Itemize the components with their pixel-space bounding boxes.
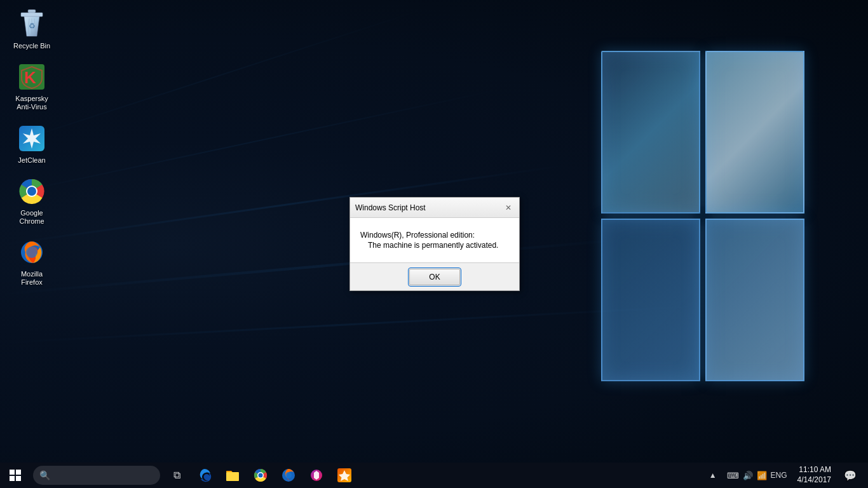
dialog-message-line2: The machine is permanently activated.: [360, 241, 509, 250]
taskbar-search-icon: 🔍: [39, 470, 50, 480]
edge-icon: [198, 468, 212, 482]
svg-rect-0: [28, 10, 36, 13]
win-pane-top-left: [601, 51, 700, 214]
svg-rect-1: [21, 13, 43, 17]
taskbar: 🔍 ⧉: [0, 463, 868, 488]
app1-taskbar-icon: [309, 468, 323, 482]
tray-time: 11:10 AM: [797, 465, 831, 475]
task-view-button[interactable]: ⧉: [163, 463, 191, 488]
desktop: ♻ Recycle Bin: [0, 0, 868, 488]
svg-point-13: [26, 247, 37, 258]
dialog-footer: OK: [350, 262, 519, 290]
jetclean-label: JetClean: [18, 156, 45, 165]
desktop-icon-recycle-bin[interactable]: ♻ Recycle Bin: [6, 6, 57, 53]
notification-icon: 💬: [844, 470, 857, 482]
svg-point-11: [27, 187, 36, 196]
taskbar-edge[interactable]: [191, 463, 219, 488]
svg-text:♻: ♻: [29, 22, 36, 30]
notification-center-button[interactable]: 💬: [837, 463, 863, 488]
volume-icon[interactable]: 🔊: [743, 471, 753, 480]
start-icon: [10, 470, 21, 481]
dialog-message-line1: Windows(R), Professional edition:: [360, 231, 509, 240]
taskbar-app2[interactable]: [330, 463, 358, 488]
svg-rect-14: [226, 472, 239, 481]
taskbar-app-buttons: [191, 463, 705, 488]
mozilla-firefox-icon: [17, 237, 47, 268]
file-explorer-icon: [226, 468, 240, 482]
start-pane-tr: [16, 470, 21, 475]
tray-clock[interactable]: 11:10 AM 4/14/2017: [794, 465, 835, 485]
start-pane-bl: [10, 476, 15, 481]
dialog-titlebar: Windows Script Host ✕: [350, 198, 519, 218]
taskbar-firefox[interactable]: [275, 463, 302, 488]
win-pane-bottom-right: [705, 219, 804, 381]
task-view-icon: ⧉: [173, 470, 180, 481]
show-hidden-icons-button[interactable]: ▲: [705, 463, 721, 488]
svg-point-19: [285, 472, 292, 478]
taskbar-file-explorer[interactable]: [219, 463, 247, 488]
keyboard-icon[interactable]: ⌨: [727, 471, 739, 480]
desktop-icon-mozilla-firefox[interactable]: MozillaFirefox: [6, 234, 57, 289]
firefox-taskbar-icon: [281, 468, 295, 482]
win-pane-top-right: [705, 51, 804, 214]
recycle-bin-label: Recycle Bin: [13, 42, 50, 50]
svg-text:K: K: [24, 68, 36, 87]
desktop-icon-google-chrome[interactable]: GoogleChrome: [6, 173, 57, 228]
start-button[interactable]: [0, 463, 31, 488]
desktop-icons-container: ♻ Recycle Bin: [0, 0, 64, 302]
dialog-ok-button[interactable]: OK: [409, 269, 460, 285]
kaspersky-label: KasperskyAnti-Virus: [15, 95, 48, 111]
language-indicator[interactable]: ENG: [771, 471, 787, 480]
mozilla-firefox-label: MozillaFirefox: [21, 270, 43, 287]
windows-logo: [601, 51, 804, 381]
desktop-icon-kaspersky[interactable]: K KasperskyAnti-Virus: [6, 59, 57, 114]
windows-script-host-dialog[interactable]: Windows Script Host ✕ Windows(R), Profes…: [349, 197, 520, 291]
dialog-content: Windows(R), Professional edition: The ma…: [350, 218, 519, 262]
jetclean-icon: [17, 123, 47, 154]
google-chrome-label: GoogleChrome: [19, 209, 44, 226]
taskbar-app1[interactable]: [302, 463, 330, 488]
system-tray: ▲ ⌨ 🔊 📶 ENG 11:10 AM 4/14/2017 💬: [705, 463, 868, 488]
svg-point-17: [259, 473, 263, 478]
tray-icons: ⌨ 🔊 📶 ENG: [723, 471, 791, 480]
recycle-bin-icon: ♻: [17, 9, 47, 39]
chevron-up-icon: ▲: [709, 471, 717, 480]
app2-taskbar-icon: [337, 468, 351, 482]
google-chrome-icon: [17, 176, 47, 207]
dialog-title: Windows Script Host: [355, 203, 426, 212]
start-pane-tl: [10, 470, 15, 475]
taskbar-search[interactable]: 🔍: [33, 466, 160, 485]
kaspersky-icon: K: [17, 62, 47, 92]
taskbar-chrome[interactable]: [247, 463, 275, 488]
network-icon[interactable]: 📶: [757, 471, 767, 480]
win-pane-bottom-left: [601, 219, 700, 381]
chrome-taskbar-icon: [254, 468, 268, 482]
desktop-icon-jetclean[interactable]: JetClean: [6, 121, 57, 167]
start-pane-br: [16, 476, 21, 481]
tray-date: 4/14/2017: [797, 475, 831, 485]
dialog-close-button[interactable]: ✕: [503, 202, 514, 214]
